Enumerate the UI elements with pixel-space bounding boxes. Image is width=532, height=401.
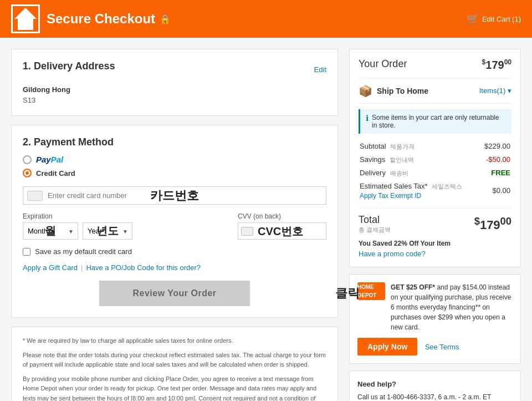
tax-label: Estimated Sales Tax* <box>360 182 428 190</box>
paypal-radio[interactable] <box>23 155 32 164</box>
card-number-wrapper: 카드번호 <box>23 186 326 205</box>
promo-card: HOME DEPOT GET $25 OFF* and pay $154.00 … <box>349 274 521 364</box>
cart-link-text: Edit Cart (1) <box>482 15 521 23</box>
savings-label: Savings <box>360 155 385 164</box>
customer-address: S13 <box>23 96 326 104</box>
left-panel: 1. Delivery Address Edit Gildong Hong S1… <box>11 49 338 401</box>
total-label: Total <box>359 214 391 226</box>
savings-value: -$50.00 <box>480 154 510 166</box>
fine-print-section: * We are required by law to charge all a… <box>11 327 338 401</box>
expiry-cvv-row: Expiration Month 010203 040506 070809 10… <box>23 212 326 240</box>
order-total: $17900 <box>482 58 511 72</box>
tax-exempt-link[interactable]: Apply Tax Exempt ID <box>360 192 479 200</box>
info-icon: ℹ <box>366 114 369 123</box>
delivery-header: 1. Delivery Address Edit <box>23 60 326 79</box>
delivery-value: FREE <box>480 167 510 179</box>
main-container: 1. Delivery Address Edit Gildong Hong S1… <box>0 38 532 401</box>
order-header: Your Order $17900 <box>359 58 511 72</box>
promo-text: GET $25 OFF* and pay $154.00 instead on … <box>391 282 513 332</box>
promo-card-image: HOME DEPOT <box>357 282 385 300</box>
sales-tax-note: * We are required by law to charge all a… <box>23 336 326 346</box>
lock-icon: 🔒 <box>160 14 171 24</box>
payment-section-number: 2. <box>23 136 31 148</box>
total-amount: $17900 <box>474 215 511 232</box>
help-title: Need help? <box>357 379 513 390</box>
save-card-row: Save as my default credit card <box>23 247 326 256</box>
payment-title: 2. Payment Method <box>23 136 326 148</box>
delivery-korean: 배송비 <box>390 170 408 176</box>
items-link[interactable]: Items(1) ▾ <box>479 87 511 95</box>
logo-house-icon <box>14 8 37 30</box>
text-consent: By providing your mobile phone number an… <box>23 374 326 401</box>
expiry-row: Month 010203 040506 070809 101112 ▼ 월 <box>23 222 227 240</box>
ship-row: 📦 Ship To Home Items(1) ▾ <box>359 78 511 104</box>
price-table: Subtotal 제품가격 $229.00 Savings 할인내역 -$50.… <box>359 139 511 202</box>
delivery-row: Delivery 배송비 FREE <box>360 167 510 179</box>
payment-title-text: Payment Method <box>34 136 114 148</box>
page-title: Secure Checkout 🔒 <box>47 11 171 27</box>
help-line1: Call us at 1-800-466-3337, 6 a.m. - 2 a.… <box>357 392 513 401</box>
see-terms-link[interactable]: See Terms <box>425 343 459 351</box>
customer-name: Gildong Hong <box>23 85 326 94</box>
promo-actions: Apply Now See Terms <box>357 338 513 356</box>
delivery-title: 1. Delivery Address <box>23 60 115 72</box>
order-title: Your Order <box>359 58 407 70</box>
total-korean: 총 결제금액 <box>359 226 391 234</box>
tax-row: Estimated Sales Tax* 세일즈텍스 Apply Tax Exe… <box>360 180 510 201</box>
notice-box: ℹ Some items in your cart are only retur… <box>359 109 511 134</box>
paypal-option[interactable]: PayPal <box>23 155 326 164</box>
expiry-section: Expiration Month 010203 040506 070809 10… <box>23 212 227 240</box>
save-card-label: Save as my default credit card <box>35 247 132 256</box>
subtotal-label: Subtotal <box>360 142 386 150</box>
year-wrapper: Year 202420252026 202720282029 ▼ 년도 <box>83 222 132 240</box>
cvv-label: CVV (on back) <box>238 212 326 220</box>
delivery-section: 1. Delivery Address Edit Gildong Hong S1… <box>11 49 338 116</box>
card-number-input[interactable] <box>23 186 326 205</box>
subtotal-korean: 제품가격 <box>390 143 415 150</box>
cart-icon: 🛒 <box>467 13 479 25</box>
pipe-divider: | <box>81 263 83 272</box>
click-overlay-text: 클릭 <box>335 285 360 302</box>
cvv-row: CVC번호 <box>238 222 326 240</box>
review-btn-wrapper: Review Your Order 클릭 <box>23 281 326 306</box>
header: Secure Checkout 🔒 🛒 Edit Cart (1) <box>0 0 532 38</box>
links-row: Apply a Gift Card | Have a PO/Job Code f… <box>23 263 326 272</box>
month-select[interactable]: Month 010203 040506 070809 101112 <box>23 222 78 240</box>
subtotal-row: Subtotal 제품가격 $229.00 <box>360 140 510 153</box>
section-number: 1. <box>23 60 31 72</box>
cvv-section: CVV (on back) CVC번호 <box>238 212 326 240</box>
cvv-input-wrapper: CVC번호 <box>238 222 326 240</box>
po-code-link[interactable]: Have a PO/Job Code for this order? <box>86 263 201 272</box>
tax-value: $0.00 <box>480 180 510 201</box>
save-card-checkbox[interactable] <box>23 248 30 256</box>
apply-gift-card-link[interactable]: Apply a Gift Card <box>23 263 78 272</box>
header-left: Secure Checkout 🔒 <box>11 4 171 33</box>
credit-card-option[interactable]: Credit Card <box>23 169 326 177</box>
delivery-label: Delivery <box>360 169 386 177</box>
subtotal-value: $229.00 <box>480 140 510 153</box>
notice-text: Some items in your cart are only returna… <box>372 114 506 129</box>
apply-now-button[interactable]: Apply Now <box>357 338 417 356</box>
edit-cart-link[interactable]: 🛒 Edit Cart (1) <box>467 13 521 25</box>
right-panel: Your Order $17900 📦 Ship To Home Items(1… <box>349 49 521 401</box>
ship-label: Ship To Home <box>377 87 428 95</box>
review-order-button[interactable]: Review Your Order <box>99 281 249 306</box>
month-wrapper: Month 010203 040506 070809 101112 ▼ 월 <box>23 222 78 240</box>
logo <box>11 4 40 33</box>
credit-card-radio[interactable] <box>23 169 32 177</box>
year-select[interactable]: Year 202420252026 202720282029 <box>83 222 132 240</box>
saved-text: You Saved 22% Off Your Item <box>359 240 451 247</box>
payment-options: PayPal Credit Card <box>23 155 326 177</box>
tax-korean: 세일즈텍스 <box>432 183 462 190</box>
card-icon <box>27 191 43 201</box>
paypal-label: PayPal <box>36 155 63 164</box>
ship-icon: 📦 <box>359 84 372 98</box>
promo-code-link[interactable]: Have a promo code? <box>359 250 426 258</box>
savings-row: Savings 할인내역 -$50.00 <box>360 154 510 166</box>
credit-card-label: Credit Card <box>36 169 75 177</box>
order-total-note: Please note that the order totals during… <box>23 351 326 370</box>
expiry-label: Expiration <box>23 212 227 220</box>
edit-link[interactable]: Edit <box>314 65 326 74</box>
order-summary-card: Your Order $17900 📦 Ship To Home Items(1… <box>349 49 521 267</box>
total-row: Total 총 결제금액 $17900 <box>359 208 511 240</box>
